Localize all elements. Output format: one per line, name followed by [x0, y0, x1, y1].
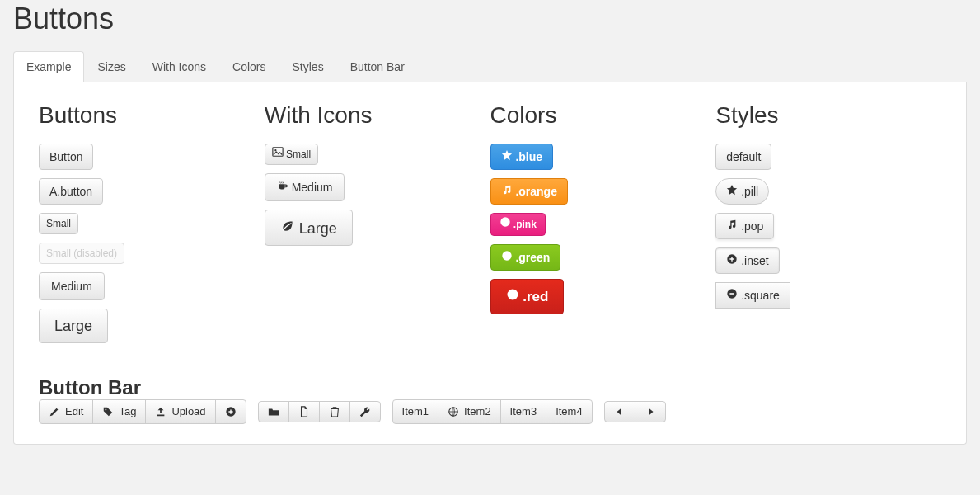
small-button[interactable]: Small	[39, 213, 78, 234]
medium-button[interactable]: Medium	[39, 272, 105, 300]
square-button[interactable]: .square	[715, 282, 790, 309]
buttons-section: Buttons Button A.button Small Small (dis…	[39, 102, 265, 351]
blue-button[interactable]: .blue	[490, 144, 554, 170]
globe-icon	[448, 406, 459, 417]
minus-circle-icon	[506, 288, 519, 301]
tab-with-icons[interactable]: With Icons	[139, 51, 219, 82]
item2-label: Item2	[464, 404, 491, 419]
plus-button[interactable]	[215, 399, 246, 424]
wrench-button[interactable]	[349, 401, 381, 422]
minus-circle-icon	[726, 288, 738, 299]
styles-heading: Styles	[715, 102, 925, 129]
button-default[interactable]: Button	[39, 144, 93, 170]
blue-label: .blue	[515, 150, 542, 163]
pink-button[interactable]: .pink	[490, 213, 546, 236]
page-title: Buttons	[0, 0, 980, 51]
pop-button[interactable]: .pop	[715, 213, 774, 239]
folder-open-icon	[268, 406, 279, 417]
inset-button[interactable]: .inset	[715, 248, 779, 274]
icon-large-button[interactable]: Large	[265, 210, 353, 246]
item4-button[interactable]: Item4	[546, 399, 593, 424]
tab-button-bar[interactable]: Button Bar	[337, 51, 418, 82]
red-label: .red	[523, 289, 548, 304]
trash-button[interactable]	[319, 401, 350, 422]
large-button[interactable]: Large	[39, 309, 108, 343]
buttons-heading: Buttons	[39, 102, 248, 129]
file-icon	[298, 406, 310, 417]
bar-group-4	[604, 401, 666, 422]
pink-label: .pink	[513, 219, 537, 230]
wrench-icon	[359, 406, 371, 417]
pop-label: .pop	[741, 219, 763, 233]
leaf-icon	[280, 219, 295, 233]
caret-right-icon	[645, 406, 656, 417]
bar-group-3: Item1 Item2 Item3 Item4	[392, 399, 593, 424]
plus-circle-icon	[726, 253, 738, 265]
with-icons-heading: With Icons	[265, 102, 474, 129]
square-label: .square	[741, 289, 780, 302]
orange-label: .orange	[515, 185, 557, 198]
plus-circle-icon	[225, 406, 237, 417]
star-icon	[501, 149, 513, 161]
with-icons-section: With Icons Small Medium Large	[265, 102, 490, 351]
file-button[interactable]	[288, 401, 320, 422]
play-circle-icon	[501, 250, 513, 262]
green-button[interactable]: .green	[490, 244, 561, 271]
example-panel: Buttons Button A.button Small Small (dis…	[13, 82, 967, 445]
red-button[interactable]: .red	[490, 279, 565, 314]
tab-styles[interactable]: Styles	[279, 51, 337, 82]
button-bar-heading: Button Bar	[39, 376, 941, 399]
music-icon	[501, 184, 513, 196]
icon-medium-label: Medium	[292, 181, 333, 194]
edit-button[interactable]: Edit	[39, 399, 93, 424]
tag-icon	[102, 406, 114, 417]
prev-button[interactable]	[604, 401, 635, 422]
icon-large-label: Large	[299, 220, 337, 237]
star-icon	[726, 184, 738, 196]
pencil-icon	[49, 406, 60, 417]
upload-icon	[155, 406, 166, 417]
icon-small-button[interactable]: Small	[265, 144, 318, 165]
inset-label: .inset	[741, 254, 768, 267]
colors-heading: Colors	[490, 102, 700, 129]
upload-label: Upload	[171, 404, 205, 419]
bar-group-2	[258, 401, 381, 422]
tag-button[interactable]: Tag	[92, 399, 146, 424]
edit-label: Edit	[65, 404, 83, 419]
item1-button[interactable]: Item1	[392, 399, 439, 424]
default-style-button[interactable]: default	[715, 144, 771, 170]
green-label: .green	[515, 251, 550, 264]
music-icon	[726, 219, 738, 230]
image-icon	[272, 146, 284, 158]
bar-group-1: Edit Tag Upload	[39, 399, 246, 424]
folder-button[interactable]	[258, 401, 289, 422]
styles-section: Styles default .pill .pop .inset .squa	[715, 102, 941, 351]
pill-label: .pill	[741, 185, 758, 198]
colors-section: Colors .blue .orange .pink .green	[490, 102, 716, 351]
plus-circle-icon	[499, 216, 511, 228]
orange-button[interactable]: .orange	[490, 178, 568, 205]
trash-icon	[329, 406, 340, 417]
upload-button[interactable]: Upload	[145, 399, 215, 424]
item2-button[interactable]: Item2	[438, 399, 501, 424]
button-bar-section: Button Bar Edit Tag Upload Item1 Item2 I…	[39, 376, 941, 424]
icon-small-label: Small	[286, 148, 311, 160]
tab-sizes[interactable]: Sizes	[84, 51, 138, 82]
coffee-icon	[277, 180, 288, 191]
tab-example[interactable]: Example	[13, 51, 84, 82]
caret-left-icon	[614, 406, 626, 417]
tab-colors[interactable]: Colors	[219, 51, 279, 82]
item3-button[interactable]: Item3	[500, 399, 547, 424]
tag-label: Tag	[119, 404, 136, 419]
small-disabled-button: Small (disabled)	[39, 243, 124, 264]
a-button[interactable]: A.button	[39, 178, 103, 205]
icon-medium-button[interactable]: Medium	[265, 173, 345, 201]
tabs-bar: Example Sizes With Icons Colors Styles B…	[0, 51, 980, 82]
next-button[interactable]	[635, 401, 666, 422]
pill-button[interactable]: .pill	[715, 178, 769, 205]
